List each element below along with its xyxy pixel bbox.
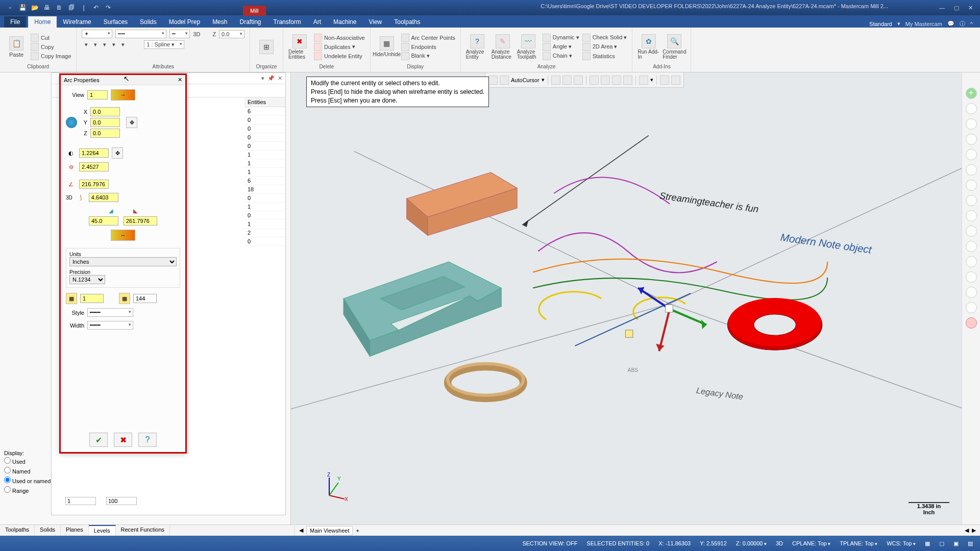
btab-recent[interactable]: Recent Functions <box>116 525 170 536</box>
tab-machine[interactable]: Machine <box>327 16 362 28</box>
entity-row[interactable]: 6 <box>244 177 285 185</box>
units-select[interactable]: Inches <box>69 257 177 266</box>
gutter-icon[interactable] <box>966 118 977 130</box>
viewsheet-nav-next-icon[interactable]: ▶ <box>972 527 976 534</box>
btab-toolpaths[interactable]: Toolpaths <box>0 525 35 536</box>
gutter-icon[interactable] <box>966 317 977 329</box>
level-button[interactable]: ▦ <box>66 293 77 304</box>
gutter-icon[interactable] <box>966 271 977 283</box>
tab-file[interactable]: File <box>4 16 26 28</box>
gutter-icon[interactable] <box>966 210 977 221</box>
gutter-icon[interactable] <box>966 149 977 160</box>
tab-mesh[interactable]: Mesh <box>206 16 233 28</box>
tab-transform[interactable]: Transform <box>267 16 307 28</box>
cut-button[interactable]: Cut <box>31 34 71 42</box>
new-icon[interactable]: ▫ <box>6 4 14 12</box>
display-named[interactable]: Named <box>4 466 137 475</box>
copy-button[interactable]: Copy <box>31 43 71 51</box>
arc-center-button[interactable]: Arc Center Points <box>401 34 455 42</box>
undelete-button[interactable]: Undelete Entity <box>314 52 364 60</box>
reposition-button[interactable]: ✥ <box>126 117 137 128</box>
paste-button[interactable]: 📋Paste <box>5 36 28 58</box>
point-style-combo[interactable]: ✦ <box>82 30 112 38</box>
red-torus[interactable] <box>727 298 822 350</box>
entity-row[interactable]: 1 <box>244 220 285 229</box>
range-from-input[interactable] <box>65 497 96 505</box>
viewport[interactable]: AutoCursor▾ ▾ Modify the current entity … <box>291 72 980 536</box>
y-input[interactable] <box>90 118 120 127</box>
entity-row[interactable]: 18 <box>244 185 285 194</box>
endpoints-button[interactable]: Endpoints <box>401 43 455 51</box>
status-wcs[interactable]: WCS: Top <box>887 540 916 546</box>
btab-planes[interactable]: Planes <box>61 525 89 536</box>
tab-modelprep[interactable]: Model Prep <box>163 16 206 28</box>
display-used-or-named[interactable]: Used or named <box>4 475 137 485</box>
dialog-close-icon[interactable]: ✕ <box>178 77 182 83</box>
command-finder-button[interactable]: 🔍Command Finder <box>663 34 685 60</box>
status-tplane[interactable]: TPLANE: Top <box>840 540 877 546</box>
check-solid-button[interactable]: Check Solid ▾ <box>582 34 627 42</box>
tab-wireframe[interactable]: Wireframe <box>57 16 97 28</box>
width-combo[interactable]: ━━━ <box>87 321 133 330</box>
level-combo[interactable]: 1 : Spline ▾ <box>144 40 184 49</box>
panel-close-icon[interactable]: ✕ <box>278 75 282 82</box>
close-icon[interactable]: ✕ <box>968 5 973 11</box>
purple-spline[interactable] <box>538 233 717 272</box>
delete-entities-button[interactable]: ✖Delete Entities <box>288 34 311 60</box>
run-addin-button[interactable]: ✿Run Add-In <box>638 34 660 60</box>
entity-row[interactable]: 0 <box>244 116 285 124</box>
entity-row[interactable]: 1 <box>244 203 285 211</box>
multi-icon[interactable]: 🗐 <box>67 4 76 12</box>
display-used[interactable]: Used <box>4 456 137 466</box>
entity-row[interactable]: 0 <box>244 211 285 220</box>
z-value-combo[interactable]: 0.0 <box>219 30 244 38</box>
gutter-icon[interactable] <box>966 134 977 145</box>
status-icon[interactable]: ▢ <box>939 540 944 547</box>
tab-art[interactable]: Art <box>307 16 327 28</box>
axis-triad[interactable]: Z X Y <box>319 472 350 505</box>
tab-toolpaths[interactable]: Toolpaths <box>388 16 426 28</box>
organize-button[interactable]: ⊞ <box>255 40 278 54</box>
2d-area-button[interactable]: 2D Area ▾ <box>582 43 627 51</box>
entity-row[interactable]: 1 <box>244 159 285 168</box>
btab-levels[interactable]: Levels <box>89 525 116 536</box>
config-dropdown[interactable]: Standard <box>869 21 892 27</box>
teal-block[interactable] <box>344 262 501 356</box>
line-width-combo[interactable]: ━ <box>169 30 190 38</box>
non-assoc-button[interactable]: Non-Associative <box>314 34 364 42</box>
radius-reposition-button[interactable]: ✥ <box>112 147 123 159</box>
gutter-icon[interactable] <box>966 103 977 114</box>
cancel-button[interactable]: ✖ <box>114 433 132 447</box>
gutter-icon[interactable] <box>966 256 977 267</box>
tab-surfaces[interactable]: Surfaces <box>97 16 134 28</box>
color-input[interactable] <box>133 294 157 303</box>
gutter-icon[interactable] <box>966 226 977 237</box>
green-spline[interactable] <box>533 278 827 300</box>
viewsheet-nav-prev-icon[interactable]: ◀ <box>965 527 969 534</box>
tab-home[interactable]: Home <box>28 16 57 28</box>
open-icon[interactable]: 📂 <box>31 4 39 12</box>
analyze-distance-button[interactable]: ✎Analyze Distance <box>492 34 514 60</box>
arclen-input[interactable] <box>89 193 118 202</box>
btab-solids[interactable]: Solids <box>35 525 61 536</box>
status-cplane[interactable]: CPLANE: Top <box>792 540 830 546</box>
status-section-view[interactable]: SECTION VIEW: OFF <box>522 540 577 546</box>
redo-icon[interactable]: ↷ <box>104 4 112 12</box>
z-input[interactable] <box>90 129 120 138</box>
maximize-icon[interactable]: ▢ <box>954 5 959 11</box>
entity-row[interactable]: 0 <box>244 124 285 133</box>
panel-pin-icon[interactable]: 📌 <box>267 75 275 82</box>
x-input[interactable] <box>90 107 120 116</box>
tab-solids[interactable]: Solids <box>134 16 163 28</box>
analyze-entity-button[interactable]: ?Analyze Entity <box>466 34 488 60</box>
view-input[interactable] <box>87 90 108 99</box>
gutter-icon[interactable] <box>966 287 977 298</box>
style-combo[interactable]: ━━━ <box>87 308 133 317</box>
diameter-input[interactable] <box>79 162 109 171</box>
color-button[interactable]: ▦ <box>119 293 130 304</box>
help-icon[interactable]: ⓘ <box>960 20 965 28</box>
print-icon[interactable]: 🖶 <box>43 4 51 12</box>
status-icon[interactable]: ▨ <box>968 540 973 547</box>
my-mastercam[interactable]: My Mastercam <box>905 21 942 27</box>
analyze-toolpath-button[interactable]: 〰Analyze Toolpath <box>517 34 540 60</box>
